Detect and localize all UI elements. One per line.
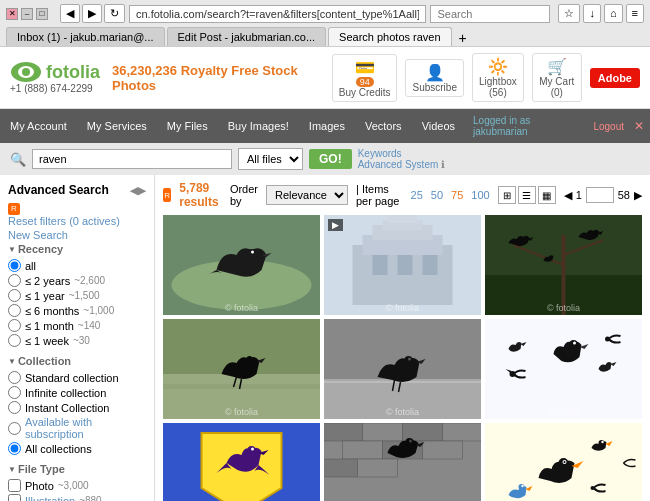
per-page-50[interactable]: 50 xyxy=(431,189,443,201)
logo[interactable]: fotolia xyxy=(10,61,100,83)
lightbox-count: (56) xyxy=(489,87,507,98)
browser-chrome: ✕ – □ ◀ ▶ ↻ ☆ ↓ ⌂ ≡ Inbox (1) - jakub.ma… xyxy=(0,0,650,47)
detail-view-button[interactable]: ▦ xyxy=(538,186,556,204)
tab-add-button[interactable]: + xyxy=(454,30,472,46)
subscribe-button[interactable]: 👤 Subscribe xyxy=(405,59,463,97)
win-max-btn[interactable]: □ xyxy=(36,8,48,20)
nav-videos[interactable]: Videos xyxy=(412,114,465,138)
new-search-link[interactable]: New Search xyxy=(8,229,146,241)
lightbox-button[interactable]: 🔆 Lightbox (56) xyxy=(472,53,524,102)
help-icon[interactable]: ℹ xyxy=(441,159,445,170)
sidebar-recency: Recency all ≤ 2 years ~2,600 ≤ 1 year ~1… xyxy=(8,243,146,347)
sidebar-file-type: File Type Photo ~3,000 Illustration ~880… xyxy=(8,463,146,501)
header-tagline: 36,230,236 Royalty Free Stock Photos xyxy=(112,63,320,93)
tab-edit-post[interactable]: Edit Post - jakubmarian.co... xyxy=(167,27,327,46)
svg-point-62 xyxy=(521,485,523,487)
cart-button[interactable]: 🛒 My Cart (0) xyxy=(532,53,582,102)
nav-buy-images[interactable]: Buy Images! xyxy=(218,114,299,138)
svg-point-2 xyxy=(22,68,30,76)
cart-label: My Cart xyxy=(539,76,574,87)
advanced-system-link[interactable]: Advanced System xyxy=(358,159,439,170)
search-input[interactable] xyxy=(32,149,232,169)
buy-credits-label: Buy Credits xyxy=(339,87,391,98)
image-6[interactable]: © fotolia xyxy=(485,319,642,419)
total-pages: 58 xyxy=(618,189,630,201)
per-page-100[interactable]: 100 xyxy=(471,189,489,201)
svg-point-6 xyxy=(251,251,254,254)
nav-my-services[interactable]: My Services xyxy=(77,114,157,138)
watermark-5: © fotolia xyxy=(386,407,419,417)
image-2[interactable]: ▶ © fotolia xyxy=(324,215,481,315)
image-3[interactable]: © fotolia xyxy=(485,215,642,315)
tab-search-photos[interactable]: Search photos raven xyxy=(328,27,452,46)
image-1[interactable]: © fotolia xyxy=(163,215,320,315)
search-go-button[interactable]: GO! xyxy=(309,149,352,169)
image-5[interactable]: © fotolia xyxy=(324,319,481,419)
address-bar[interactable] xyxy=(129,5,426,23)
svg-point-63 xyxy=(591,486,595,490)
image-8[interactable]: © fotolia xyxy=(324,423,481,501)
subscribe-label: Subscribe xyxy=(412,82,456,93)
ft-illustration: Illustration ~880 xyxy=(8,494,146,501)
keywords-section: Keywords Advanced System ℹ xyxy=(358,148,445,170)
image-4[interactable]: © fotolia xyxy=(163,319,320,419)
nav-images[interactable]: Images xyxy=(299,114,355,138)
logo-icon xyxy=(10,61,42,83)
tab-inbox[interactable]: Inbox (1) - jakub.marian@... xyxy=(6,27,165,46)
username-label: jakubmarian xyxy=(473,126,527,137)
page-input[interactable] xyxy=(586,187,614,203)
image-9[interactable]: © fotolia xyxy=(485,423,642,501)
order-by-select[interactable]: Relevance xyxy=(266,185,348,205)
list-view-button[interactable]: ☰ xyxy=(518,186,536,204)
reset-filters-link[interactable]: Reset filters (0 actives) xyxy=(8,215,146,227)
svg-point-36 xyxy=(573,342,576,345)
svg-rect-45 xyxy=(363,423,403,441)
prev-page-btn[interactable]: ◀ xyxy=(564,189,572,202)
svg-point-60 xyxy=(601,441,603,443)
collection-title: Collection xyxy=(8,355,146,367)
svg-point-61 xyxy=(519,484,525,490)
search-filter-select[interactable]: All files xyxy=(238,148,303,170)
content-area: R 5,789 results Order by Relevance | Ite… xyxy=(155,175,650,501)
watermark-4: © fotolia xyxy=(225,407,258,417)
per-page-75[interactable]: 75 xyxy=(451,189,463,201)
nav-my-account[interactable]: My Account xyxy=(0,114,77,138)
win-close-btn[interactable]: ✕ xyxy=(6,8,18,20)
grid-view-button[interactable]: ⊞ xyxy=(498,186,516,204)
site-header: fotolia +1 (888) 674-2299 36,230,236 Roy… xyxy=(0,47,650,109)
nav-vectors[interactable]: Vectors xyxy=(355,114,412,138)
keywords-link[interactable]: Keywords xyxy=(358,148,402,159)
nav-my-files[interactable]: My Files xyxy=(157,114,218,138)
cart-count: (0) xyxy=(551,87,563,98)
menu-btn[interactable]: ≡ xyxy=(626,4,644,23)
phone-number: +1 (888) 674-2299 xyxy=(10,83,100,94)
buy-credits-button[interactable]: 💳 94 Buy Credits xyxy=(332,54,398,102)
file-type-title: File Type xyxy=(8,463,146,475)
adobe-button[interactable]: Adobe xyxy=(590,68,640,88)
rss-icon-sidebar: R xyxy=(8,203,20,215)
cart-icon: 🛒 xyxy=(547,57,567,76)
lightbox-icon: 🔆 xyxy=(488,57,508,76)
next-page-btn[interactable]: ▶ xyxy=(634,189,642,202)
pagination: ◀ 1 58 ▶ xyxy=(564,187,642,203)
bookmark-btn[interactable]: ☆ xyxy=(558,4,580,23)
sidebar-toggle[interactable]: ◀▶ xyxy=(130,185,146,196)
forward-button[interactable]: ▶ xyxy=(82,4,102,23)
browser-search-input[interactable] xyxy=(430,5,550,23)
logout-button[interactable]: Logout xyxy=(583,115,634,138)
subscribe-icon: 👤 xyxy=(425,63,445,82)
win-min-btn[interactable]: – xyxy=(21,8,33,20)
back-button[interactable]: ◀ xyxy=(60,4,80,23)
ft-photo: Photo ~3,000 xyxy=(8,479,146,492)
downloads-btn[interactable]: ↓ xyxy=(583,4,601,23)
home-btn[interactable]: ⌂ xyxy=(604,4,623,23)
svg-rect-50 xyxy=(423,441,463,459)
per-page-25[interactable]: 25 xyxy=(411,189,423,201)
sidebar-title: Advanced Search ◀▶ xyxy=(8,183,146,197)
image-7[interactable]: © fotolia xyxy=(163,423,320,501)
results-count: 5,789 results xyxy=(179,181,222,209)
svg-rect-34 xyxy=(485,319,642,419)
coll-infinite: Infinite collection xyxy=(8,386,146,399)
refresh-button[interactable]: ↻ xyxy=(104,4,125,23)
logo-text: fotolia xyxy=(46,62,100,83)
